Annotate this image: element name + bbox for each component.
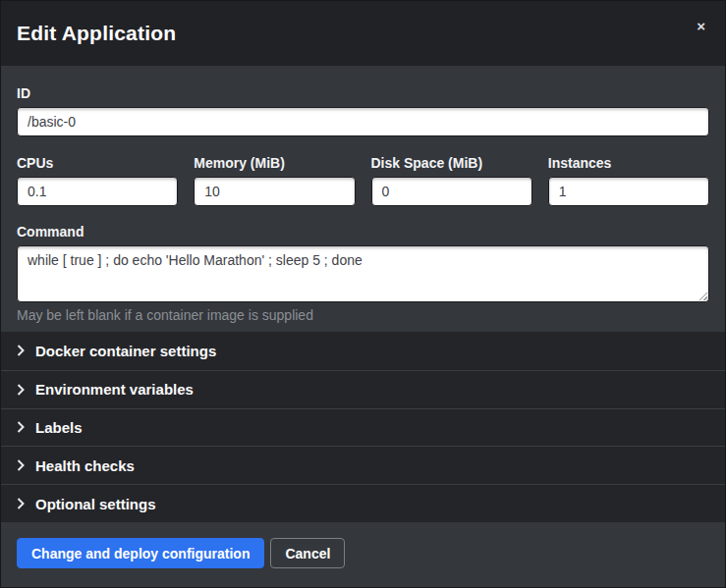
section-labels[interactable]: Labels (1, 408, 725, 447)
cancel-button[interactable]: Cancel (270, 538, 345, 568)
edit-application-modal: Edit Application × ID CPUs Memory (MiB) … (0, 0, 726, 588)
close-icon[interactable]: × (693, 15, 709, 37)
instances-label: Instances (548, 155, 709, 171)
cpus-field-group: CPUs (17, 155, 178, 206)
cpus-input[interactable] (17, 177, 178, 206)
section-health-checks[interactable]: Health checks (1, 446, 725, 484)
command-label: Command (17, 224, 709, 240)
disk-space-label: Disk Space (MiB) (371, 155, 532, 171)
resources-row: CPUs Memory (MiB) Disk Space (MiB) Insta… (17, 155, 709, 206)
disk-field-group: Disk Space (MiB) (371, 155, 532, 206)
cpus-label: CPUs (17, 155, 178, 171)
id-label: ID (17, 85, 709, 101)
section-environment-variables[interactable]: Environment variables (1, 370, 725, 408)
command-textarea[interactable]: while [ true ] ; do echo 'Hello Marathon… (17, 245, 709, 302)
command-help-text: May be left blank if a container image i… (17, 307, 709, 323)
id-field-group: ID (17, 85, 709, 136)
modal-title: Edit Application (17, 22, 176, 45)
memory-input[interactable] (194, 177, 355, 206)
chevron-right-icon (17, 498, 25, 509)
chevron-right-icon (17, 459, 25, 471)
application-form: ID CPUs Memory (MiB) Disk Space (MiB) In… (1, 66, 725, 332)
id-input[interactable] (17, 107, 709, 136)
instances-input[interactable] (548, 177, 709, 206)
instances-field-group: Instances (548, 155, 709, 206)
section-docker-container-settings[interactable]: Docker container settings (1, 332, 725, 370)
section-label: Labels (35, 419, 83, 436)
modal-header: Edit Application × (1, 1, 725, 66)
change-and-deploy-button[interactable]: Change and deploy configuration (17, 538, 264, 568)
command-field-group: Command while [ true ] ; do echo 'Hello … (17, 224, 709, 323)
section-label: Environment variables (35, 381, 194, 398)
memory-field-group: Memory (MiB) (194, 155, 355, 206)
section-label: Health checks (35, 457, 135, 474)
section-optional-settings[interactable]: Optional settings (1, 484, 725, 522)
section-label: Optional settings (35, 496, 156, 512)
collapsible-sections: Docker container settings Environment va… (1, 332, 725, 522)
section-label: Docker container settings (35, 343, 216, 359)
chevron-right-icon (17, 421, 25, 433)
command-textarea-wrap: while [ true ] ; do echo 'Hello Marathon… (17, 245, 709, 302)
disk-space-input[interactable] (371, 177, 532, 206)
chevron-right-icon (17, 384, 25, 396)
memory-label: Memory (MiB) (194, 155, 355, 171)
chevron-right-icon (17, 345, 25, 356)
modal-footer: Change and deploy configuration Cancel (1, 522, 725, 587)
